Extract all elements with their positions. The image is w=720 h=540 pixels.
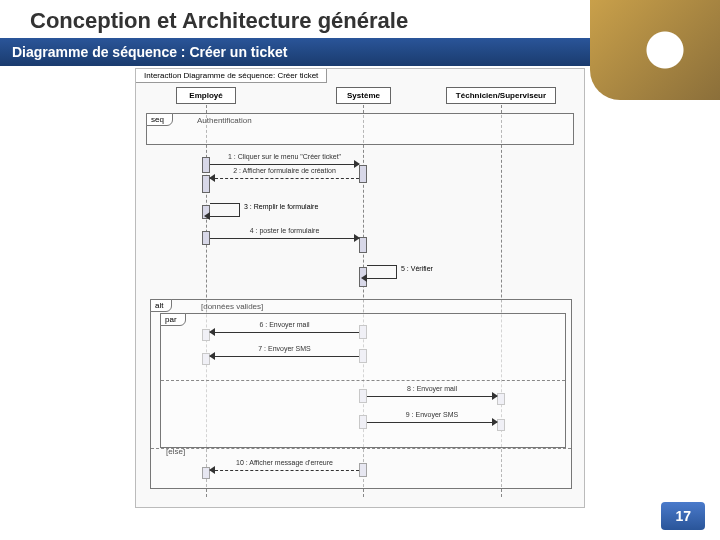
msg-5-self [367,265,397,279]
par-frame-label: par [160,313,186,326]
msg-10: 10 : Afficher message d'erreure [210,461,359,471]
seq-frame: seq Authentification [146,113,574,145]
msg-7: 7 : Envoyer SMS [210,347,359,357]
alt-divider [151,448,571,449]
lifeline-head-systeme: Système [336,87,391,104]
alt-condition: [données valides] [201,302,263,311]
seq-frame-label: seq [146,113,173,126]
msg-9: 9 : Envoyer SMS [367,413,497,423]
msg-2: 2 : Afficher formulaire de création [210,169,359,179]
diagram-title-tab: Interaction Diagramme de séquence: Créer… [136,69,327,83]
page-number: 17 [661,502,705,530]
seq-condition: Authentification [197,116,252,125]
alt-frame-label: alt [150,299,172,312]
msg-1: 1 : Cliquer sur le menu "Créer ticket" [210,155,359,165]
par-frame: par [160,313,566,448]
logo-decoration [590,0,720,100]
activation-employe-1 [202,157,210,173]
msg-8: 8 : Envoyer mail [367,387,497,397]
par-divider [161,380,565,381]
msg-4: 4 : poster le formulaire [210,229,359,239]
activation-systeme-2 [359,237,367,253]
sequence-diagram: Interaction Diagramme de séquence: Créer… [135,68,585,508]
lifeline-head-employe: Employé [176,87,236,104]
activation-employe-4 [202,231,210,245]
lifeline-head-technicien: Téchnicien/Superviseur [446,87,556,104]
activation-systeme-1 [359,165,367,183]
else-label: [else] [166,447,185,456]
msg-6: 6 : Envoyer mail [210,323,359,333]
msg-5-label: 5 : Vérifier [401,265,433,272]
msg-3-self [210,203,240,217]
msg-3-label: 3 : Remplir le formulaire [244,203,318,210]
